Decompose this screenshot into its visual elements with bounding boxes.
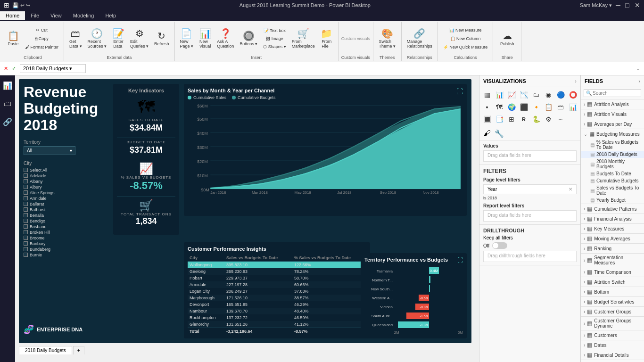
- page-tab-1[interactable]: 2018 Daily Budgets: [19, 346, 72, 354]
- vis-more-icon[interactable]: ···: [555, 114, 566, 125]
- vis-treemap-icon[interactable]: ▪: [481, 101, 493, 113]
- formula-expand-btn[interactable]: ⌄: [636, 66, 640, 72]
- vis-map-icon[interactable]: 🗺: [494, 101, 505, 113]
- publish-button[interactable]: ☁Publish: [498, 30, 517, 48]
- window-controls[interactable]: Sam McKay ▾ ─ □ ✕: [580, 2, 640, 8]
- fields-search-input[interactable]: [592, 90, 639, 96]
- from-marketplace-button[interactable]: 🛒FromMarketplace: [289, 27, 317, 50]
- list-item[interactable]: Alice Springs: [24, 190, 111, 195]
- vis-gauge-icon[interactable]: 🔸: [530, 101, 542, 113]
- new-column-button[interactable]: 📋 New Column: [441, 35, 490, 42]
- field-name-dropdown[interactable]: 2018 Daily Budgets ▾: [20, 64, 86, 73]
- list-item[interactable]: Brisbane: [24, 224, 111, 229]
- list-item[interactable]: Broken Hill: [24, 230, 111, 235]
- field-item-2018-monthly[interactable]: ▤ 2018 Monthly Budgets: [581, 158, 644, 170]
- vis-multirow-card-icon[interactable]: 🗃: [555, 101, 566, 113]
- enter-data-button[interactable]: 📝EnterData: [110, 27, 127, 50]
- field-item-sales-vs-budgets[interactable]: ▤ Sales vs Budgets To Date: [581, 184, 644, 197]
- field-group-header-financial-details[interactable]: › ▦ Financial Details: [581, 350, 644, 360]
- list-item[interactable]: Bundaberg: [24, 247, 111, 252]
- analytics-icon[interactable]: 🔧: [495, 129, 504, 138]
- vis-matrix-icon[interactable]: ⊞: [506, 114, 517, 125]
- field-group-header-moving-avg[interactable]: › ▦ Moving Averages: [581, 234, 644, 243]
- field-group-header-financial[interactable]: › ▦ Financial Analysis: [581, 214, 644, 223]
- data-view-icon[interactable]: 🗃: [2, 98, 13, 110]
- chart-expand-icon[interactable]: ⛶: [456, 88, 463, 95]
- format-icon[interactable]: 🖌: [483, 129, 491, 138]
- recent-sources-button[interactable]: 🕐RecentSources ▾: [85, 27, 109, 50]
- list-item[interactable]: Burnie: [24, 253, 111, 257]
- edit-queries-button[interactable]: ⚙EditQueries ▾: [128, 27, 151, 50]
- fields-collapse-btn[interactable]: ›: [638, 78, 640, 84]
- filter-year-item[interactable]: Year ✕: [483, 184, 577, 194]
- new-page-button[interactable]: 📄NewPage ▾: [178, 27, 196, 50]
- filter-year-close-btn[interactable]: ✕: [569, 187, 572, 192]
- tp-expand-icon[interactable]: ⛶: [457, 257, 463, 265]
- field-group-header-time-comparison[interactable]: › ▦ Time Comparison: [581, 267, 644, 277]
- field-item-2018-daily[interactable]: ▤ 2018 Daily Budgets: [581, 151, 644, 158]
- shapes-button[interactable]: ⬡ Shapes ▾: [261, 43, 289, 50]
- field-group-header-attrition-switch[interactable]: › ▦ Attrition Switch: [581, 277, 644, 287]
- field-group-header-attrition-analysis[interactable]: › ▦ Attrition Analysis: [581, 99, 644, 109]
- copy-button[interactable]: ⎘ Copy: [23, 35, 61, 42]
- vis-r-script-icon[interactable]: R: [518, 114, 529, 125]
- list-item[interactable]: Bathurst: [24, 207, 111, 212]
- refresh-button[interactable]: ↻Refresh: [152, 30, 172, 48]
- vis-stacked-bar-icon[interactable]: ▦: [481, 89, 493, 100]
- field-group-header-cg-dynamic[interactable]: › ▦ Customer Groups Dynamic: [581, 317, 644, 330]
- text-box-button[interactable]: 📝 Text box: [261, 27, 289, 34]
- vis-python-icon[interactable]: 🐍: [530, 114, 542, 125]
- field-group-header-averages[interactable]: › ▦ Averages per Day: [581, 119, 644, 129]
- list-item[interactable]: Benalla: [24, 213, 111, 218]
- report-filters-drop-zone[interactable]: Drag data fields here: [483, 210, 577, 222]
- field-group-header-cumulative[interactable]: › ▦ Cumulative Patterns: [581, 204, 644, 214]
- vis-scatter-chart-icon[interactable]: ◉: [543, 89, 554, 100]
- list-item[interactable]: Armidale: [24, 196, 111, 201]
- field-group-header-customers[interactable]: › ▦ Customers: [581, 330, 644, 340]
- field-group-header-budget-sensitivites[interactable]: › ▦ Budget Sensitivites: [581, 297, 644, 306]
- field-group-header-budgeting[interactable]: ⌄ ▦ Budgeting Measures: [581, 129, 644, 139]
- list-item[interactable]: Ballarat: [24, 202, 111, 206]
- values-drop-zone[interactable]: Drag data fields here: [483, 150, 577, 162]
- field-group-header-ranking[interactable]: › ▦ Ranking: [581, 244, 644, 253]
- vis-pie-chart-icon[interactable]: 🔵: [555, 89, 566, 100]
- formula-confirm-btn[interactable]: ✓: [12, 66, 16, 72]
- list-item[interactable]: Adelaide: [24, 173, 111, 178]
- list-item[interactable]: Bunbury: [24, 241, 111, 246]
- ask-question-button[interactable]: ❓Ask AQuestion: [215, 27, 236, 50]
- drillthrough-drop-zone[interactable]: Drag drillthrough fields here: [483, 251, 577, 262]
- paste-button[interactable]: 📋 Paste: [5, 30, 22, 48]
- field-group-header-dates[interactable]: › ▦ Dates: [581, 340, 644, 350]
- maximize-btn[interactable]: □: [625, 2, 631, 8]
- switch-theme-button[interactable]: 🎨SwitchTheme ▾: [377, 27, 398, 50]
- close-btn[interactable]: ✕: [635, 2, 640, 8]
- tab-file[interactable]: File: [25, 11, 45, 20]
- list-item[interactable]: Select All: [24, 168, 111, 173]
- tab-view[interactable]: View: [45, 11, 67, 20]
- tab-home[interactable]: Home: [0, 11, 25, 20]
- vis-collapse-btn[interactable]: ›: [575, 78, 577, 84]
- image-button[interactable]: 🖼 Image: [261, 35, 289, 42]
- field-item-budgets-to-date[interactable]: ▤ Budgets To Date: [581, 170, 644, 177]
- list-item[interactable]: Broome: [24, 236, 111, 240]
- manage-relationships-button[interactable]: 🔗ManageRelationships: [405, 27, 435, 50]
- new-visual-button[interactable]: 📊NewVisual: [197, 27, 214, 50]
- from-file-button[interactable]: 📁FromFile: [318, 27, 335, 50]
- vis-slicer-icon[interactable]: 🔳: [481, 114, 493, 125]
- list-item[interactable]: Albury: [24, 185, 111, 189]
- field-group-header-segmentation[interactable]: › ▦ Segmentation Measures: [581, 254, 644, 267]
- format-painter-button[interactable]: 🖌 Format Painter: [23, 43, 61, 51]
- tab-help[interactable]: Help: [99, 11, 122, 20]
- vis-ribbon-chart-icon[interactable]: 🗂: [530, 89, 542, 100]
- tab-modeling[interactable]: Modeling: [67, 11, 100, 20]
- field-group-header-attrition-visuals[interactable]: › ▦ Attrition Visuals: [581, 109, 644, 119]
- vis-donut-chart-icon[interactable]: ⭕: [567, 89, 578, 100]
- new-quick-measure-button[interactable]: ⚡ New Quick Measure: [441, 43, 490, 51]
- field-group-header-bottom[interactable]: › ▦ Bottom: [581, 287, 644, 296]
- toggle-switch[interactable]: [492, 242, 507, 249]
- vis-funnel-icon[interactable]: ⬛: [518, 101, 529, 113]
- report-view-icon[interactable]: 📊: [1, 79, 14, 92]
- list-item[interactable]: Albany: [24, 179, 111, 184]
- vis-filled-map-icon[interactable]: 🌍: [506, 101, 517, 113]
- formula-input[interactable]: [90, 66, 632, 72]
